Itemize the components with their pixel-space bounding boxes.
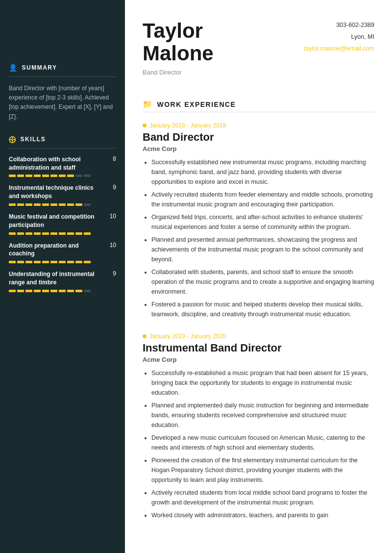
skill-score: 9 <box>108 184 116 191</box>
skill-dot-filled <box>17 261 24 263</box>
skill-dot-filled <box>25 232 32 235</box>
job-company: Acme Corp <box>143 356 374 363</box>
skill-bar <box>9 175 116 177</box>
job-bullet: Collaborated with students, parents, and… <box>151 267 374 297</box>
skill-dot-filled <box>50 232 57 235</box>
summary-section: 👤 SUMMARY Band Director with [number of … <box>9 64 116 122</box>
skill-bar <box>9 261 116 263</box>
skill-item: Audition preparation and coaching10 <box>9 242 116 264</box>
skill-score: 10 <box>108 213 116 220</box>
skill-dot-empty <box>75 175 82 177</box>
skill-dot-filled <box>17 290 24 292</box>
skill-name: Collaboration with school administration… <box>9 155 108 172</box>
job-date: January 2018 - January 2019 <box>143 122 374 129</box>
skills-title: ⨁ SKILLS <box>9 135 116 143</box>
skill-dot-filled <box>9 261 16 263</box>
skill-dot-filled <box>75 290 82 292</box>
skill-dot-filled <box>84 261 91 263</box>
candidate-name: Taylor Malone <box>143 20 214 65</box>
skill-item: Instrumental technique clinics and works… <box>9 184 116 206</box>
skill-dot-filled <box>34 261 41 263</box>
skills-divider <box>9 148 116 149</box>
skill-dot-filled <box>17 175 24 177</box>
skill-dot-filled <box>42 203 49 206</box>
briefcase-icon: 📁 <box>143 100 153 109</box>
skill-dot-filled <box>9 203 16 206</box>
skill-bar <box>9 290 116 292</box>
job-bullet: Actively recruited students from feeder … <box>151 190 374 209</box>
skill-dot-filled <box>67 203 74 206</box>
skill-dot-filled <box>67 290 74 292</box>
skill-dot-filled <box>59 261 66 263</box>
header-right: 303-602-2389 Lyon, MI taylor.malone@emai… <box>304 20 374 54</box>
main-content: Taylor Malone Band Director 303-602-2389… <box>125 0 392 553</box>
jobs-list: January 2018 - January 2019Band Director… <box>143 122 374 520</box>
job-bullet: Planned and implemented daily music inst… <box>151 401 374 430</box>
skill-dot-filled <box>42 175 49 177</box>
job-bullets: Successfully established new instrumenta… <box>143 157 374 319</box>
email-link[interactable]: taylor.malone@email.com <box>304 45 374 52</box>
location: Lyon, MI <box>304 31 374 43</box>
job-bullet: Pioneered the creation of the first elem… <box>151 455 374 485</box>
skill-dot-filled <box>50 290 57 292</box>
skill-dot-filled <box>42 232 49 235</box>
skill-dot-filled <box>17 203 24 206</box>
summary-title: 👤 SUMMARY <box>9 64 116 72</box>
summary-text: Band Director with [number of years] exp… <box>9 84 116 122</box>
job-entry: January 2019 - January 2020Instrumental … <box>143 333 374 520</box>
skill-dot-filled <box>25 203 32 206</box>
resume-header: Taylor Malone Band Director 303-602-2389… <box>143 20 374 76</box>
skill-dot-filled <box>9 290 16 292</box>
skill-dot-filled <box>50 261 57 263</box>
skill-dot-filled <box>25 290 32 292</box>
job-bullets: Successfully re-established a music prog… <box>143 368 374 520</box>
skill-name: Understanding of instrumental range and … <box>9 270 108 287</box>
skill-dot-filled <box>34 203 41 206</box>
person-icon: 👤 <box>9 64 18 72</box>
skill-dot-filled <box>9 232 16 235</box>
skill-dot-filled <box>50 175 57 177</box>
job-title: Instrumental Band Director <box>143 342 374 354</box>
skill-dot-empty <box>84 290 91 292</box>
job-bullet: Actively recruited students from local m… <box>151 488 374 507</box>
skill-name: Music festival and competition participa… <box>9 213 108 229</box>
skill-dot-filled <box>25 175 32 177</box>
skill-dot-filled <box>34 290 41 292</box>
skill-dot-filled <box>25 261 32 263</box>
skill-item: Collaboration with school administration… <box>9 155 116 177</box>
job-title: Band Director <box>143 131 374 144</box>
work-experience-title: 📁 WORK EXPERIENCE <box>143 100 374 109</box>
skill-dot-filled <box>42 261 49 263</box>
job-date: January 2019 - January 2020 <box>143 333 374 340</box>
skill-dot-filled <box>42 290 49 292</box>
sidebar: 👤 SUMMARY Band Director with [number of … <box>0 0 125 553</box>
skills-list: Collaboration with school administration… <box>9 155 116 292</box>
job-entry: January 2018 - January 2019Band Director… <box>143 122 374 319</box>
skill-dot-filled <box>17 232 24 235</box>
skill-dot-filled <box>75 261 82 263</box>
skill-bar <box>9 203 116 206</box>
skill-dot-filled <box>75 203 82 206</box>
job-bullet: Developed a new music curriculum focused… <box>151 433 374 452</box>
summary-divider <box>9 76 116 77</box>
phone-number: 303-602-2389 <box>304 20 374 31</box>
skill-dot-filled <box>34 232 41 235</box>
skill-bar <box>9 232 116 235</box>
skill-score: 9 <box>108 270 116 277</box>
job-bullet: Successfully established new instrumenta… <box>151 157 374 187</box>
skill-dot-filled <box>59 203 66 206</box>
skill-dot-filled <box>50 203 57 206</box>
job-bullet: Worked closely with administrators, teac… <box>151 510 374 520</box>
skill-dot-filled <box>84 232 91 235</box>
skill-name: Instrumental technique clinics and works… <box>9 184 108 201</box>
skill-score: 8 <box>108 155 116 162</box>
skills-icon: ⨁ <box>9 135 17 143</box>
skill-score: 10 <box>108 242 116 249</box>
job-bullet: Successfully re-established a music prog… <box>151 368 374 398</box>
skill-dot-filled <box>67 232 74 235</box>
skill-dot-filled <box>59 175 66 177</box>
job-bullet: Planned and presented annual performance… <box>151 235 374 264</box>
skills-section: ⨁ SKILLS Collaboration with school admin… <box>9 135 116 292</box>
job-bullet: Fostered a passion for music and helped … <box>151 300 374 319</box>
job-bullet: Organized field trips, concerts, and aft… <box>151 212 374 232</box>
